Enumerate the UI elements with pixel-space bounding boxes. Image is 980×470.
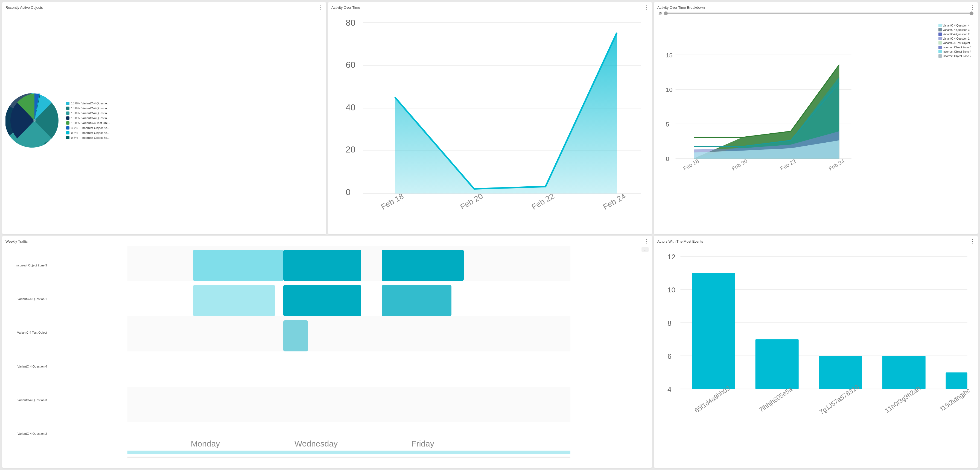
svg-rect-42 [283, 320, 308, 351]
actors-title: Actors With The Most Events [657, 239, 975, 243]
svg-text:80: 80 [345, 18, 355, 28]
svg-text:Feb 18: Feb 18 [682, 158, 700, 171]
svg-text:20: 20 [345, 144, 355, 154]
slider-container[interactable]: 15 [657, 12, 975, 15]
row-label-3: VariantC-4 Test Object [5, 331, 47, 334]
weekly-traffic-panel: Weekly Traffic ⋮ ... Incorrect Object Zo… [2, 236, 652, 468]
svg-text:15: 15 [666, 52, 673, 59]
actors-chart-svg: 12 10 8 6 4 [657, 246, 975, 463]
row-label-4: VariantC-4 Question 4 [5, 365, 47, 368]
recently-active-panel: Recently Active Objects ⋮ [2, 2, 326, 234]
svg-rect-77 [882, 356, 926, 389]
recently-active-menu[interactable]: ⋮ [318, 5, 323, 10]
svg-text:10: 10 [666, 86, 673, 93]
svg-text:Feb 24: Feb 24 [828, 158, 845, 171]
svg-rect-44 [382, 285, 452, 316]
activity-over-time-menu[interactable]: ⋮ [644, 5, 649, 10]
svg-text:Wednesday: Wednesday [294, 439, 338, 448]
weekly-chart-svg: Monday Wednesday Friday 1 2 3 4 5 6 7 8 … [49, 246, 649, 459]
svg-rect-36 [127, 387, 570, 422]
svg-rect-39 [193, 285, 275, 316]
pie-container: 18.8%VariantC-4 Questio... 18.8%VariantC… [5, 12, 323, 229]
svg-marker-11 [395, 33, 617, 194]
svg-text:4: 4 [667, 385, 671, 394]
svg-rect-40 [283, 250, 361, 281]
svg-rect-43 [382, 250, 464, 281]
svg-text:6: 6 [667, 352, 671, 360]
svg-text:10: 10 [667, 286, 675, 294]
activity-chart-svg: 80 60 40 20 0 [331, 12, 649, 229]
actors-panel: Actors With The Most Events ⋮ 12 10 8 6 … [654, 236, 978, 468]
svg-text:f15i2idngjbc: f15i2idngjbc [939, 387, 972, 412]
svg-text:Feb 22: Feb 22 [530, 192, 555, 211]
svg-rect-45 [127, 451, 570, 454]
actors-menu[interactable]: ⋮ [970, 239, 975, 244]
svg-rect-41 [283, 285, 361, 316]
weekly-traffic-menu[interactable]: ⋮ [644, 239, 649, 244]
svg-text:Monday: Monday [191, 439, 220, 448]
svg-text:Feb 22: Feb 22 [779, 158, 797, 171]
svg-text:60: 60 [345, 60, 355, 70]
svg-text:Feb 24: Feb 24 [601, 192, 627, 211]
recently-active-title: Recently Active Objects [5, 5, 323, 10]
weekly-traffic-title: Weekly Traffic [5, 239, 649, 243]
svg-text:Feb 20: Feb 20 [730, 158, 748, 171]
svg-rect-75 [756, 340, 799, 389]
row-label-5: VariantC-4 Question 3 [5, 399, 47, 402]
svg-text:Feb 18: Feb 18 [379, 192, 405, 211]
svg-text:12: 12 [667, 253, 675, 261]
pie-legend: 18.8%VariantC-4 Questio... 18.8%VariantC… [66, 102, 110, 139]
svg-rect-38 [193, 250, 283, 281]
svg-point-0 [33, 119, 36, 122]
activity-breakdown-title: Activity Over Time Breakdown [657, 5, 975, 10]
activity-breakdown-menu[interactable]: ⋮ [970, 5, 975, 10]
breakdown-chart-svg: 15 10 5 0 [657, 16, 864, 222]
row-label-1: Incorrect Object Zone 3 [5, 264, 47, 267]
svg-text:0: 0 [666, 156, 669, 162]
pie-chart-proper [7, 89, 62, 152]
slider-track[interactable] [664, 13, 974, 14]
svg-text:7lhhjh605e5a: 7lhhjh605e5a [758, 385, 794, 413]
activity-chart-area: 80 60 40 20 0 [331, 12, 649, 229]
svg-text:5: 5 [666, 121, 669, 128]
row-label-2: VariantC-4 Question 1 [5, 297, 47, 300]
svg-text:40: 40 [345, 102, 355, 112]
breakdown-legend: VariantC-4 Question 4 VariantC-4 Questio… [939, 24, 972, 58]
activity-over-time-title: Activity Over Time [331, 5, 649, 10]
svg-rect-34 [127, 316, 570, 351]
activity-over-time-panel: Activity Over Time ⋮ 80 60 40 20 0 [328, 2, 652, 234]
svg-text:8: 8 [667, 319, 671, 327]
actors-chart: 12 10 8 6 4 [657, 246, 975, 463]
svg-text:Feb 20: Feb 20 [458, 192, 484, 211]
svg-text:Friday: Friday [411, 439, 434, 448]
svg-rect-78 [946, 372, 967, 389]
slider-val: 15 [659, 12, 662, 15]
svg-text:0: 0 [345, 187, 350, 197]
svg-rect-74 [692, 273, 735, 389]
row-label-6: VariantC-4 Question 2 [5, 432, 47, 435]
activity-breakdown-panel: Activity Over Time Breakdown ⋮ 15 15 10 … [654, 2, 978, 234]
svg-rect-35 [127, 351, 570, 387]
